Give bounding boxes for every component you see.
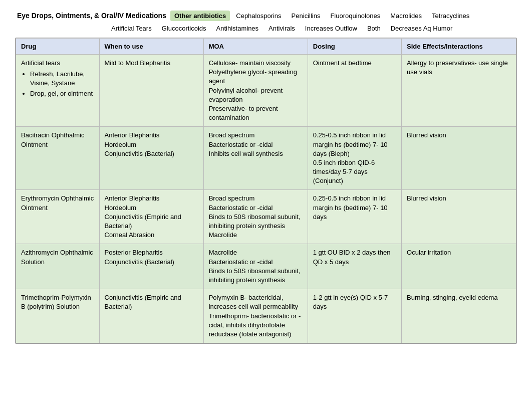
when-cell-4: Conjunctivitis (Empiric and Bacterial) — [99, 289, 203, 343]
dosing-cell-2: 0.25-0.5 inch ribbon in lid margin hs (b… — [308, 190, 401, 244]
drug-sub-item: Drop, gel, or ointment — [30, 89, 94, 98]
nav-item-row2-4[interactable]: Increases Outflow — [301, 23, 361, 34]
nav-item-row1-5[interactable]: Macrolides — [386, 11, 426, 21]
moa-cell-2: Broad spectrum Bacteriostatic or -cidal … — [203, 190, 308, 244]
moa-cell-4: Polymyxin B- bactericidal, increases cel… — [203, 289, 308, 343]
nav-item-row1-2[interactable]: Cephalosporins — [232, 11, 285, 21]
when-cell-2: Anterior Blepharitis Hordeolum Conjuncti… — [99, 190, 203, 244]
table-row: Bacitracin Ophthalmic OintmentAnterior B… — [16, 127, 516, 190]
nav-item-row2-3[interactable]: Antivirals — [264, 23, 299, 34]
col-header-0: Drug — [16, 39, 100, 55]
drug-cell-4: Trimethoprim-Polymyxin B (polytrim) Solu… — [16, 289, 100, 343]
moa-cell-1: Broad spectrum Bacteriostatic or -cidal … — [203, 127, 308, 190]
side-effects-cell-0: Allergy to preservatives- use single use… — [402, 55, 516, 127]
nav-item-row2-1[interactable]: Glucocorticoids — [158, 23, 210, 34]
side-effects-cell-3: Ocular irritation — [402, 244, 516, 289]
page-container: Eye Drops, Ointments, & Oral/IV Medicati… — [0, 0, 532, 354]
when-cell-3: Posterior Blepharitis Conjunctivitis (Ba… — [99, 244, 203, 289]
nav-item-row2-5[interactable]: Both — [363, 23, 385, 34]
drug-cell-0: Artificial tearsRefresh, Lacrilube, Visi… — [16, 55, 100, 127]
drug-table: DrugWhen to useMOADosingSide Effects/Int… — [16, 38, 516, 343]
drug-sub-item: Refresh, Lacrilube, Visine, Systane — [30, 70, 94, 88]
side-effects-cell-4: Burning, stinging, eyelid edema — [402, 289, 516, 343]
side-effects-cell-2: Blurred vision — [402, 190, 516, 244]
nav-row-2: Artificial TearsGlucocorticoidsAntihista… — [15, 23, 517, 34]
nav-row-1: Eye Drops, Ointments, & Oral/IV Medicati… — [15, 10, 517, 21]
col-header-1: When to use — [99, 39, 203, 55]
nav-item-row2-2[interactable]: Antihistamines — [212, 23, 263, 34]
main-table-container: DrugWhen to useMOADosingSide Effects/Int… — [15, 38, 517, 344]
nav-item-row2-0[interactable]: Artificial Tears — [107, 23, 156, 34]
nav-item-row1-3[interactable]: Penicillins — [288, 11, 325, 21]
side-effects-cell-1: Blurred vision — [402, 127, 516, 190]
col-header-3: Dosing — [308, 39, 401, 55]
nav-item-row1-0[interactable]: Eye Drops, Ointments, & Oral/IV Medicati… — [15, 10, 168, 21]
col-header-2: MOA — [203, 39, 308, 55]
nav-item-row1-6[interactable]: Tetracyclines — [428, 11, 473, 21]
dosing-cell-0: Ointment at bedtime — [308, 55, 401, 127]
drug-cell-3: Azithromycin Ophthalmic Solution — [16, 244, 100, 289]
table-row: Erythromycin Ophthalmic OintmentAnterior… — [16, 190, 516, 244]
table-row: Artificial tearsRefresh, Lacrilube, Visi… — [16, 55, 516, 127]
nav-item-row1-1[interactable]: Other antibiotics — [170, 11, 230, 21]
when-cell-0: Mild to Mod Blepharitis — [99, 55, 203, 127]
table-row: Azithromycin Ophthalmic SolutionPosterio… — [16, 244, 516, 289]
drug-cell-1: Bacitracin Ophthalmic Ointment — [16, 127, 100, 190]
table-header: DrugWhen to useMOADosingSide Effects/Int… — [16, 39, 516, 55]
col-header-4: Side Effects/Interactions — [402, 39, 516, 55]
table-row: Trimethoprim-Polymyxin B (polytrim) Solu… — [16, 289, 516, 343]
header-row: DrugWhen to useMOADosingSide Effects/Int… — [16, 39, 516, 55]
nav-item-row1-4[interactable]: Fluoroquinolones — [326, 11, 384, 21]
nav-area: Eye Drops, Ointments, & Oral/IV Medicati… — [15, 10, 517, 34]
moa-cell-0: Cellulose- maintain viscosity Polyethyle… — [203, 55, 308, 127]
dosing-cell-4: 1-2 gtt in eye(s) QID x 5-7 days — [308, 289, 401, 343]
moa-cell-3: Macrolide Bacteriostatic or -cidal Binds… — [203, 244, 308, 289]
drug-name-0: Artificial tears — [21, 59, 60, 67]
table-body: Artificial tearsRefresh, Lacrilube, Visi… — [16, 55, 516, 343]
nav-item-row2-6[interactable]: Decreases Aq Humor — [387, 23, 457, 34]
when-cell-1: Anterior Blepharitis Hordeolum Conjuncti… — [99, 127, 203, 190]
drug-cell-2: Erythromycin Ophthalmic Ointment — [16, 190, 100, 244]
dosing-cell-3: 1 gtt OU BID x 2 days then QD x 5 days — [308, 244, 401, 289]
dosing-cell-1: 0.25-0.5 inch ribbon in lid margin hs (b… — [308, 127, 401, 190]
